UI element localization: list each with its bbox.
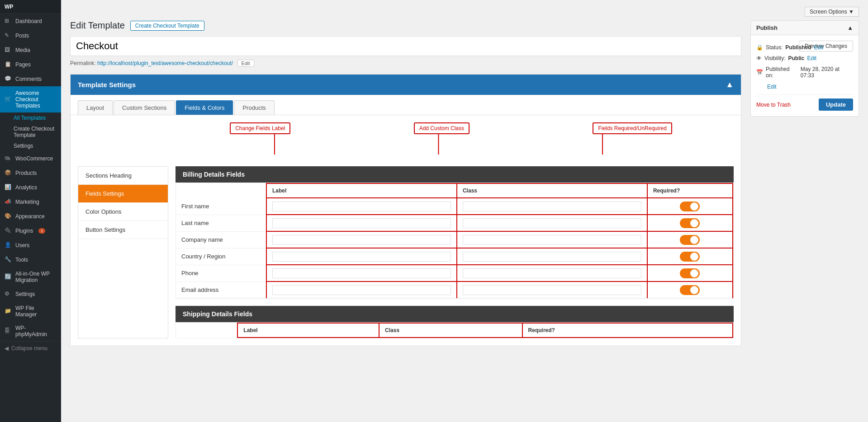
class-input-2[interactable] [463,235,641,245]
label-input-2[interactable] [272,235,451,245]
sidebar-item-tools[interactable]: 🔧 Tools [0,253,61,267]
permalink-url[interactable]: http://localhost/plugin_test/awesome-che… [97,60,233,66]
media-icon: 🖼 [5,47,12,54]
tab-fields-colors[interactable]: Fields & Colors [176,100,233,115]
sidebar-item-settings-sub[interactable]: Settings [9,141,61,151]
shipping-th-label: Label [237,323,379,338]
th-label: Label [266,183,457,198]
toggle-required-5[interactable] [680,285,700,295]
toggle-required-4[interactable] [680,268,700,278]
sidebar-item-plugins[interactable]: 🔌 Plugins 1 [0,224,61,238]
collapse-arrow-icon: ◀ [5,345,9,352]
required-cell-2 [647,231,733,248]
sidebar-item-create-template[interactable]: Create Checkout Template [9,123,61,141]
sidebar-item-appearance[interactable]: 🎨 Appearance [0,209,61,224]
toggle-required-2[interactable] [680,235,700,245]
tab-custom-sections[interactable]: Custom Sections [114,100,175,115]
sidebar-item-posts[interactable]: ✎ Posts [0,28,61,43]
toggle-required-0[interactable] [680,202,700,211]
fields-area: Billing Details Fields Label Class Requi… [175,166,734,338]
sidebar-label-settings: Settings [15,291,35,297]
sidebar-item-marketing[interactable]: 📣 Marketing [0,195,61,209]
class-cell-1 [457,215,647,231]
class-input-1[interactable] [463,218,641,228]
sidebar-item-all-in-one[interactable]: 🔄 All-in-One WP Migration [0,267,61,287]
status-label: Status: [766,44,783,51]
sidebar-item-settings[interactable]: ⚙ Settings [0,287,61,301]
calendar-icon: 📅 [756,69,763,75]
toggle-required-1[interactable] [680,218,700,228]
publish-visibility-row: 👁 Visibility: Public Edit [756,55,799,61]
tab-products[interactable]: Products [234,100,274,115]
status-edit-link[interactable]: Edit [814,44,824,51]
tabs-bar: Layout Custom Sections Fields & Colors P… [71,95,741,115]
class-input-0[interactable] [463,202,641,211]
sidebar-item-woocommerce[interactable]: 🛍 WooCommerce [0,151,61,166]
billing-fields-table: Label Class Required? First name [176,183,733,298]
sidebar-item-wp-file-manager[interactable]: 📁 WP File Manager [0,301,61,321]
label-input-3[interactable] [272,252,451,262]
woocommerce-icon: 🛍 [5,155,12,162]
analytics-icon: 📊 [5,184,12,191]
sidebar-label-plugins: Plugins [15,228,33,234]
class-cell-4 [457,265,647,281]
sidebar-item-media[interactable]: 🖼 Media [0,43,61,57]
permalink-edit-button[interactable]: Edit [237,60,254,67]
tab-layout[interactable]: Layout [78,100,113,115]
panel-collapse-icon[interactable]: ▲ [726,80,734,89]
left-sidebar-menu: Sections Heading Fields Settings Color O… [78,166,168,338]
class-input-5[interactable] [463,285,641,295]
sidebar-item-comments[interactable]: 💬 Comments [0,72,61,86]
left-sidebar-button-settings[interactable]: Button Settings [78,221,168,239]
sidebar: WP ⊞ Dashboard ✎ Posts 🖼 Media 📋 Pages 💬… [0,0,61,422]
annotation-add-custom-class: Add Custom Class [414,122,470,134]
sidebar-item-awesome-checkout[interactable]: 🛒 Awesome Checkout Templates [0,86,61,113]
left-sidebar-color-options[interactable]: Color Options [78,203,168,221]
sidebar-item-all-templates[interactable]: All Templates [9,113,61,123]
sidebar-item-dashboard[interactable]: ⊞ Dashboard [0,14,61,28]
create-template-label: Create Checkout Template [14,126,57,138]
field-name-4: Phone [176,265,266,281]
label-input-4[interactable] [272,268,451,278]
all-templates-label: All Templates [14,115,46,121]
update-button[interactable]: Update [819,98,853,111]
toggle-required-3[interactable] [680,252,700,262]
post-title-input[interactable] [70,36,741,56]
published-value: May 28, 2020 at 07:33 [801,66,853,79]
sidebar-item-analytics[interactable]: 📊 Analytics [0,180,61,195]
sidebar-label-comments: Comments [15,76,42,82]
sidebar-label-wp-phpmyadmin: WP-phpMyAdmin [15,325,57,338]
published-date-edit-link[interactable]: Edit [767,84,777,90]
sidebar-logo: WP [0,0,61,14]
publish-box-content: Preview Changes 🔒 Status: Published Edit… [751,35,859,116]
sidebar-label-marketing: Marketing [15,199,39,205]
left-sidebar-sections-heading[interactable]: Sections Heading [78,167,168,185]
collapse-menu-btn[interactable]: ◀ Collapse menu [0,341,61,355]
publish-box-header: Publish ▲ [751,21,859,35]
publish-collapse-icon[interactable]: ▲ [847,24,853,31]
sidebar-label-posts: Posts [15,33,29,39]
required-cell-4 [647,265,733,281]
sidebar-label-products: Products [15,170,37,176]
label-input-1[interactable] [272,218,451,228]
table-row: First name [176,198,733,215]
field-name-0: First name [176,198,266,215]
label-input-0[interactable] [272,202,451,211]
billing-section-header: Billing Details Fields [175,166,734,183]
screen-options-button[interactable]: Screen Options ▼ [805,7,859,17]
move-to-trash-link[interactable]: Move to Trash [756,102,791,108]
class-input-3[interactable] [463,252,641,262]
settings-icon: ⚙ [5,291,12,298]
annotation-fields-required: Fields Required/UnRequired [593,122,672,134]
sidebar-item-pages[interactable]: 📋 Pages [0,57,61,72]
sidebar-submenu-awesome-checkout: All Templates Create Checkout Template S… [0,113,61,151]
label-input-5[interactable] [272,285,451,295]
sidebar-item-products[interactable]: 📦 Products [0,166,61,180]
sidebar-item-users[interactable]: 👤 Users [0,238,61,253]
label-cell-0 [266,198,457,215]
sidebar-item-wp-phpmyadmin[interactable]: 🗄 WP-phpMyAdmin [0,321,61,341]
visibility-edit-link[interactable]: Edit [807,55,816,61]
left-sidebar-fields-settings[interactable]: Fields Settings [78,185,168,203]
create-checkout-template-button[interactable]: Create Checkout Template [130,21,204,31]
class-input-4[interactable] [463,268,641,278]
